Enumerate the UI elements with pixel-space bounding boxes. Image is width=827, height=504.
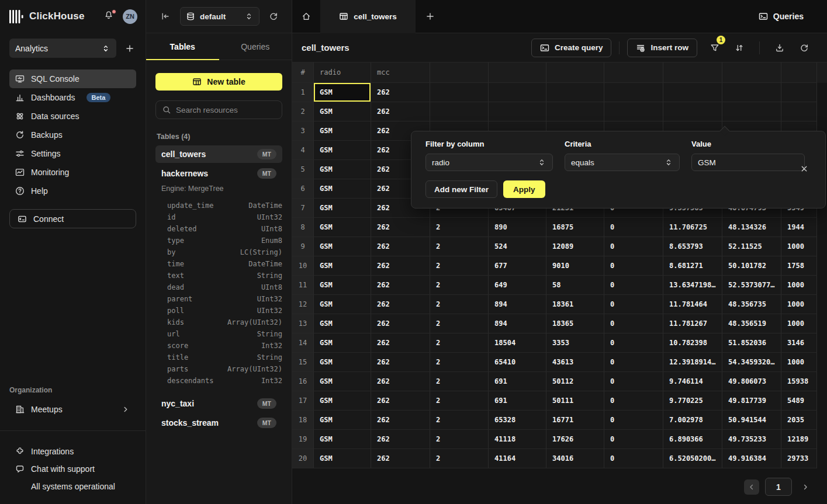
- grid-cell[interactable]: 0: [604, 276, 663, 295]
- sidebar-item-backups[interactable]: Backups: [9, 126, 136, 144]
- grid-cell[interactable]: [781, 83, 817, 102]
- grid-cell[interactable]: 65328: [489, 411, 546, 430]
- grid-cell[interactable]: 34016: [546, 449, 604, 468]
- grid-cell[interactable]: [722, 83, 781, 102]
- grid-cell[interactable]: 0: [604, 391, 663, 411]
- grid-cell[interactable]: 262: [371, 237, 430, 256]
- sidebar-item-all-systems-operational[interactable]: All systems operational: [9, 478, 136, 495]
- grid-cell[interactable]: GSM: [314, 449, 371, 468]
- sidebar-item-meetups[interactable]: Meetups: [9, 401, 136, 418]
- grid-cell[interactable]: 5489: [781, 391, 817, 411]
- grid-cell[interactable]: 50.941544: [722, 411, 781, 430]
- sidebar-item-monitoring[interactable]: Monitoring: [9, 163, 136, 182]
- grid-cell[interactable]: GSM: [314, 276, 371, 295]
- grid-cell[interactable]: 0: [604, 430, 663, 449]
- add-new-filter-button[interactable]: Add new Filter: [425, 180, 497, 198]
- grid-cell[interactable]: 0: [604, 256, 663, 276]
- avatar[interactable]: ZN: [123, 9, 137, 24]
- grid-cell[interactable]: 3353: [546, 333, 604, 353]
- grid-cell[interactable]: 2035: [781, 411, 817, 430]
- grid-cell[interactable]: GSM: [314, 333, 371, 353]
- create-query-button[interactable]: Create query: [531, 39, 612, 57]
- grid-cell[interactable]: 52.11525: [722, 237, 781, 256]
- column-header[interactable]: [604, 62, 663, 83]
- grid-cell[interactable]: [430, 83, 489, 102]
- grid-cell[interactable]: 262: [371, 102, 430, 121]
- grid-cell[interactable]: 41164: [489, 449, 546, 468]
- sidebar-item-settings[interactable]: Settings: [9, 144, 136, 163]
- sidebar-item-sql-console[interactable]: SQL Console: [9, 69, 136, 88]
- grid-cell[interactable]: 1000: [781, 237, 817, 256]
- grid-cell[interactable]: 649: [489, 276, 546, 295]
- grid-cell[interactable]: 48.134326: [722, 218, 781, 237]
- grid-cell[interactable]: 0: [604, 218, 663, 237]
- grid-cell[interactable]: 12189: [781, 430, 817, 449]
- connect-button[interactable]: Connect: [9, 209, 136, 228]
- grid-cell[interactable]: 262: [371, 83, 430, 102]
- grid-cell[interactable]: 43613: [546, 353, 604, 372]
- grid-cell[interactable]: 2: [430, 449, 489, 468]
- grid-cell[interactable]: 262: [371, 372, 430, 391]
- grid-cell[interactable]: [430, 102, 489, 121]
- grid-cell[interactable]: 262: [371, 314, 430, 333]
- grid-cell[interactable]: GSM: [314, 160, 371, 179]
- sidebar-item-data-sources[interactable]: Data sources: [9, 107, 136, 126]
- grid-cell[interactable]: [604, 83, 663, 102]
- grid-cell[interactable]: 29733: [781, 449, 817, 468]
- grid-cell[interactable]: 11.781464: [663, 295, 722, 314]
- grid-cell[interactable]: 2: [430, 411, 489, 430]
- grid-cell[interactable]: 691: [489, 391, 546, 411]
- column-header[interactable]: [489, 62, 546, 83]
- grid-cell[interactable]: 9.746114: [663, 372, 722, 391]
- sidebar-item-help[interactable]: Help: [9, 182, 136, 200]
- tab-queries[interactable]: Queries: [219, 33, 292, 60]
- add-workspace-button[interactable]: [123, 42, 136, 55]
- grid-cell[interactable]: 3146: [781, 333, 817, 353]
- grid-cell[interactable]: 1758: [781, 256, 817, 276]
- grid-cell[interactable]: 1000: [781, 295, 817, 314]
- grid-cell[interactable]: GSM: [314, 199, 371, 218]
- tab-tables[interactable]: Tables: [146, 33, 219, 60]
- grid-cell[interactable]: 48.356519: [722, 314, 781, 333]
- sidebar-item-chat-with-support[interactable]: Chat with support: [9, 460, 136, 478]
- grid-cell[interactable]: 0: [604, 314, 663, 333]
- grid-cell[interactable]: 1000: [781, 353, 817, 372]
- grid-cell[interactable]: GSM: [314, 83, 371, 102]
- filter-button[interactable]: 1: [705, 39, 724, 57]
- grid-cell[interactable]: 16771: [546, 411, 604, 430]
- grid-cell[interactable]: 0: [604, 449, 663, 468]
- grid-cell[interactable]: GSM: [314, 295, 371, 314]
- current-page-box[interactable]: 1: [765, 478, 792, 496]
- grid-cell[interactable]: 18504: [489, 333, 546, 353]
- grid-cell[interactable]: 17626: [546, 430, 604, 449]
- next-page-button[interactable]: [798, 479, 813, 495]
- grid-cell[interactable]: 13.6347198…: [663, 276, 722, 295]
- grid-cell[interactable]: 2: [430, 314, 489, 333]
- grid-cell[interactable]: 1000: [781, 314, 817, 333]
- grid-cell[interactable]: 262: [371, 430, 430, 449]
- grid-cell[interactable]: 8.681271: [663, 256, 722, 276]
- grid-cell[interactable]: 262: [371, 353, 430, 372]
- column-header[interactable]: [781, 62, 817, 83]
- grid-cell[interactable]: 894: [489, 295, 546, 314]
- grid-cell[interactable]: 51.852036: [722, 333, 781, 353]
- grid-cell[interactable]: 16875: [546, 218, 604, 237]
- database-select[interactable]: default: [180, 7, 259, 26]
- grid-cell[interactable]: GSM: [314, 430, 371, 449]
- grid-cell[interactable]: GSM: [314, 353, 371, 372]
- grid-cell[interactable]: 10.782398: [663, 333, 722, 353]
- grid-cell[interactable]: [489, 102, 546, 121]
- grid-cell[interactable]: [604, 102, 663, 121]
- grid-cell[interactable]: 262: [371, 256, 430, 276]
- grid-cell[interactable]: 2: [430, 353, 489, 372]
- refresh-tables-icon[interactable]: [269, 12, 278, 21]
- grid-cell[interactable]: [546, 83, 604, 102]
- grid-cell[interactable]: 691: [489, 372, 546, 391]
- column-header[interactable]: [663, 62, 722, 83]
- grid-cell[interactable]: 1944: [781, 218, 817, 237]
- grid-cell[interactable]: 12.3918914…: [663, 353, 722, 372]
- grid-cell[interactable]: GSM: [314, 391, 371, 411]
- home-tab[interactable]: [292, 0, 320, 33]
- grid-cell[interactable]: 262: [371, 391, 430, 411]
- grid-cell[interactable]: 15938: [781, 372, 817, 391]
